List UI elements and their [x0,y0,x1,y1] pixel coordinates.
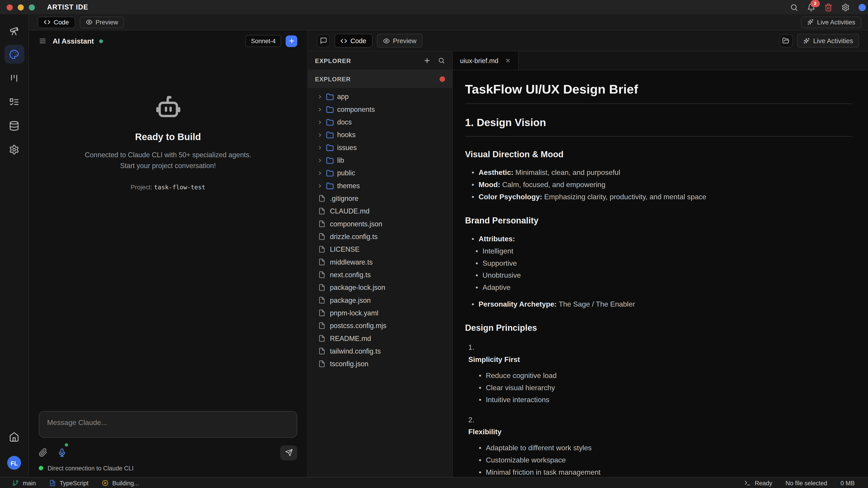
tree-file[interactable]: package-lock.json [308,281,452,294]
tree-folder[interactable]: components [308,103,452,116]
search-button[interactable] [790,3,798,11]
list-item-strong: Mood: [478,179,500,191]
build-status-label: Building... [112,480,139,486]
folder-open-icon [782,37,790,44]
git-branch-indicator[interactable]: main [12,480,36,486]
tree-file[interactable]: middleware.ts [308,256,452,268]
bullet-list: •Reduce cognitive load •Clear visual hie… [468,369,852,406]
file-icon [318,207,326,215]
bullet-marker: • [475,257,478,269]
markdown-preview[interactable]: TaskFlow UI/UX Design Brief 1. Design Vi… [453,70,868,477]
build-indicator[interactable]: Building... [102,480,139,486]
workspace-preview-tab[interactable]: Preview [377,34,423,47]
connection-status-label: Direct connection to Claude CLI [48,465,133,471]
tree-folder[interactable]: public [308,166,452,179]
explorer-section-header[interactable]: EXPLORER [308,70,452,88]
tree-file[interactable]: drizzle.config.ts [308,230,452,243]
rail-item-design[interactable] [4,45,24,64]
bullet-marker: • [479,394,481,406]
rail-item-settings[interactable] [4,140,24,159]
language-label: TypeScript [60,480,88,486]
paperclip-icon [39,448,48,457]
tree-file[interactable]: README.md [308,332,452,345]
file-name: CLAUDE.md [330,207,370,215]
list-item: •Color Psychology: Emphasizing clarity, … [465,191,852,203]
chat-panel-button[interactable] [317,34,330,47]
rail-item-tasks[interactable] [4,92,24,111]
rail-item-database[interactable] [4,116,24,135]
search-files-button[interactable] [438,57,445,64]
file-icon [318,246,326,253]
tree-file[interactable]: .gitignore [308,192,452,205]
list-item: •Adaptable to different work styles [468,442,852,454]
file-name: components.json [330,220,382,228]
maximize-window-button[interactable] [29,4,35,10]
list-item-text: Intuitive interactions [486,394,549,406]
tree-file[interactable]: postcss.config.mjs [308,319,452,332]
chevron-right-icon [317,94,322,99]
profile-avatar[interactable]: FL [7,456,21,470]
gear-icon [9,144,20,155]
tree-folder[interactable]: app [308,90,452,103]
new-file-button[interactable] [423,57,431,64]
tree-file[interactable]: package.json [308,294,452,306]
tree-file[interactable]: LICENSE [308,243,452,256]
window-controls [6,4,35,10]
tree-folder[interactable]: docs [308,116,452,128]
rail-item-launch[interactable] [4,21,24,40]
tree-folder[interactable]: issues [308,141,452,154]
folder-icon [326,118,334,126]
list-item: •Unobtrusive [465,269,852,282]
user-avatar[interactable] [859,4,866,11]
tree-file[interactable]: next.config.ts [308,268,452,281]
message-input[interactable] [39,411,297,438]
settings-button[interactable] [841,3,850,11]
editor-tab-uiux-brief[interactable]: uiux-brief.md [453,52,519,70]
minimize-window-button[interactable] [18,4,24,10]
file-icon [318,309,326,317]
list-item-text: Supportive [483,257,517,269]
tree-folder[interactable]: themes [308,179,452,192]
new-chat-button[interactable] [286,35,297,47]
bullet-marker: • [475,245,478,257]
tree-folder[interactable]: hooks [308,128,452,141]
session-list-button[interactable] [39,37,46,45]
tree-file[interactable]: CLAUDE.md [308,205,452,217]
rail-item-kanban[interactable] [4,69,24,88]
model-selector[interactable]: Sonnet-4 [246,35,281,47]
rail-item-home[interactable] [4,427,24,446]
tree-file[interactable]: tsconfig.json [308,357,452,370]
tree-file[interactable]: tailwind.config.ts [308,345,452,357]
titlebar-actions: 2 [790,3,863,11]
app-preview-tab[interactable]: Preview [79,16,124,28]
robot-icon [154,93,182,121]
memory-label: 0 MB [840,480,855,486]
app-code-tab[interactable]: Code [38,16,75,28]
folder-name: docs [337,118,352,126]
doc-title: TaskFlow UI/UX Design Brief [465,81,852,97]
tree-folder[interactable]: lib [308,154,452,166]
ready-indicator[interactable]: Ready [744,480,772,486]
send-message-button[interactable] [280,445,297,460]
workspace-code-tab[interactable]: Code [334,34,372,47]
folder-icon [326,93,334,100]
chevron-right-icon [317,106,322,112]
folder-icon [326,182,334,189]
file-name: drizzle.config.ts [330,233,378,240]
attach-file-button[interactable] [39,448,48,457]
tree-file[interactable]: pnpm-lock.yaml [308,306,452,319]
workspace-live-activities-button[interactable]: Live Activities [797,34,859,47]
notifications-button[interactable]: 2 [807,3,815,11]
tree-file[interactable]: components.json [308,217,452,230]
workspace-preview-label: Preview [393,37,416,44]
close-tab-button[interactable] [505,58,511,64]
trash-button[interactable] [825,3,833,11]
language-indicator[interactable]: TypeScript [49,480,89,486]
file-name: pnpm-lock.yaml [330,309,378,317]
open-folder-button[interactable] [779,34,793,47]
app-live-activities-button[interactable]: Live Activities [801,16,862,28]
voice-input-button[interactable] [58,448,66,457]
file-icon [318,335,326,342]
close-window-button[interactable] [6,4,13,10]
notification-badge: 2 [810,0,820,7]
